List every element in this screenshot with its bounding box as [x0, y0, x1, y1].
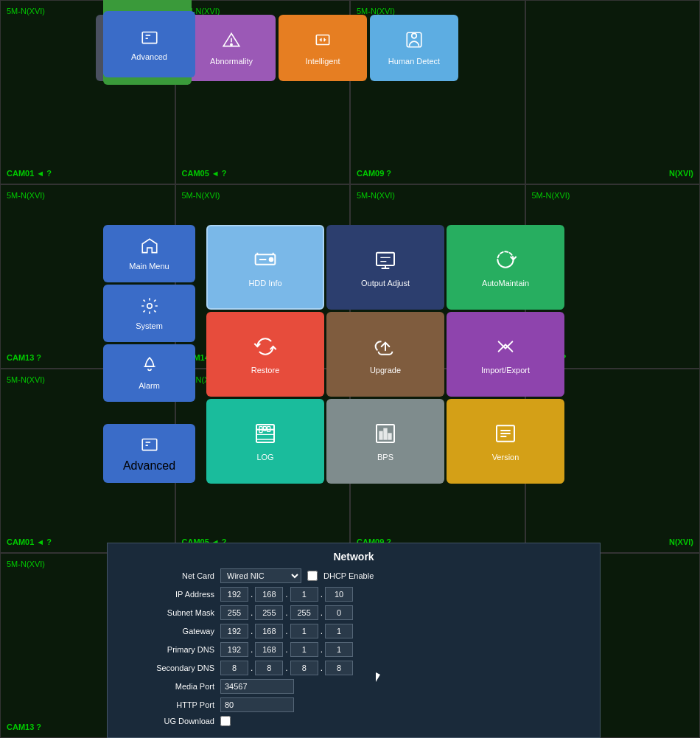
tile-output-adjust[interactable]: Output Adjust — [326, 225, 444, 310]
sidebar-system[interactable]: System — [103, 285, 195, 342]
sidebar-alarm-label: Alarm — [139, 381, 160, 390]
sidebar-advanced-button[interactable]: Advanced — [103, 424, 195, 483]
subnet-seg-4[interactable] — [325, 605, 353, 620]
subnet-seg-3[interactable] — [290, 605, 318, 620]
menu-abnormality[interactable]: Abnormality — [187, 15, 276, 81]
gateway-row: Gateway . . . — [119, 624, 589, 638]
cam-label-3: CAM09 ? — [357, 169, 391, 178]
secondary-dns-row: Secondary DNS . . . — [119, 661, 589, 675]
http-port-input[interactable] — [220, 697, 294, 712]
sidebar-alarm-icon — [140, 356, 159, 378]
pdns-seg-2[interactable] — [255, 642, 283, 657]
svg-rect-10 — [377, 252, 394, 265]
tile-automaintain[interactable]: AutoMaintain — [447, 225, 564, 310]
sidebar-advanced-icon — [140, 434, 159, 456]
net-card-row: Net Card Wired NIC DHCP Enable — [119, 568, 589, 583]
ip-seg-3[interactable] — [290, 587, 318, 602]
version-icon — [494, 422, 517, 448]
cam-label-4: N(XVI) — [669, 169, 693, 178]
automaintain-icon — [494, 248, 517, 274]
primary-dns-input-group: . . . — [220, 642, 353, 657]
subnet-input-group: . . . — [220, 605, 353, 620]
output-icon — [374, 248, 397, 274]
cam-top-label-9: 5M-N(XVI) — [7, 375, 45, 384]
sidebar-alarm[interactable]: Alarm — [103, 344, 195, 402]
sidebar-main-menu[interactable]: Main Menu — [103, 225, 195, 282]
svg-point-9 — [270, 258, 273, 261]
cam-top-label-7: 5M-N(XVI) — [357, 191, 395, 200]
ug-download-checkbox[interactable] — [220, 716, 231, 726]
log-label: LOG — [256, 453, 273, 462]
svg-point-3 — [412, 33, 417, 38]
upgrade-label: Upgrade — [370, 366, 401, 375]
svg-point-6 — [147, 304, 152, 309]
ug-download-row: UG Download — [119, 716, 589, 726]
ip-label: IP Address — [119, 590, 214, 599]
gw-seg-4[interactable] — [325, 624, 353, 638]
nic-select[interactable]: Wired NIC — [220, 568, 301, 583]
intelligent-icon — [313, 30, 332, 52]
automaintain-label: AutoMaintain — [482, 279, 529, 288]
secondary-dns-label: Secondary DNS — [119, 664, 214, 672]
sdns-seg-1[interactable] — [220, 661, 248, 675]
sdns-seg-4[interactable] — [325, 661, 353, 675]
svg-rect-18 — [388, 434, 391, 439]
intelligent-label: Intelligent — [305, 57, 340, 66]
gateway-input-group: . . . — [220, 624, 353, 638]
dhcp-checkbox[interactable] — [307, 571, 318, 581]
cam-label-1: CAM01 ◄ ? — [7, 169, 52, 178]
tile-log[interactable]: LOG — [206, 399, 324, 484]
sdns-seg-2[interactable] — [255, 661, 283, 675]
pdns-seg-4[interactable] — [325, 642, 353, 657]
pdns-seg-3[interactable] — [290, 642, 318, 657]
tile-restore[interactable]: Restore — [206, 312, 324, 397]
network-panel: Network Net Card Wired NIC DHCP Enable I… — [107, 543, 601, 738]
tile-upgrade[interactable]: Upgrade — [326, 312, 444, 397]
tile-import-export[interactable]: Import/Export — [447, 312, 564, 397]
top-advanced-button[interactable]: Advanced — [103, 11, 195, 77]
top-advanced-label: Advanced — [131, 52, 167, 61]
sdns-seg-3[interactable] — [290, 661, 318, 675]
tile-bps[interactable]: BPS — [326, 399, 444, 484]
svg-rect-16 — [379, 431, 382, 439]
dhcp-label: DHCP Enable — [323, 571, 374, 580]
pdns-seg-1[interactable] — [220, 642, 248, 657]
gw-seg-1[interactable] — [220, 624, 248, 638]
system-icon — [140, 296, 159, 318]
ip-seg-2[interactable] — [255, 587, 283, 602]
tile-hdd-info[interactable]: HDD Info — [206, 225, 324, 310]
menu-human-detect[interactable]: Human Detect — [370, 15, 458, 81]
cam-top-label-8: 5M-N(XVI) — [532, 191, 570, 200]
network-title: Network — [119, 551, 589, 563]
menu-intelligent[interactable]: Intelligent — [279, 15, 367, 81]
left-sidebar: Main Menu System Alarm — [103, 225, 199, 402]
svg-rect-17 — [384, 428, 387, 439]
gw-seg-3[interactable] — [290, 624, 318, 638]
cam-label-13: CAM13 ? — [7, 723, 41, 731]
http-port-row: HTTP Port — [119, 697, 589, 712]
version-label: Version — [492, 453, 519, 462]
restore-icon — [253, 335, 277, 361]
ip-seg-1[interactable] — [220, 587, 248, 602]
cam-top-label-13: 5M-N(XVI) — [7, 560, 45, 568]
media-port-row: Media Port — [119, 679, 589, 694]
tile-version[interactable]: Version — [447, 399, 564, 484]
cam-top-label-5: 5M-N(XVI) — [7, 191, 45, 200]
abnormality-icon — [222, 30, 241, 52]
restore-label: Restore — [251, 366, 280, 375]
svg-rect-2 — [316, 35, 329, 45]
log-icon — [253, 422, 277, 448]
cam-label-5: CAM13 ? — [7, 353, 41, 362]
subnet-seg-2[interactable] — [255, 605, 283, 620]
subnet-label: Subnet Mask — [119, 608, 214, 617]
net-card-label: Net Card — [119, 571, 214, 580]
main-menu-panel: HDD Info Output Adjust AutoMaintain — [206, 225, 582, 484]
media-port-input[interactable] — [220, 679, 294, 694]
bps-icon — [374, 422, 397, 448]
subnet-seg-1[interactable] — [220, 605, 248, 620]
ip-seg-4[interactable] — [325, 587, 353, 602]
gw-seg-2[interactable] — [255, 624, 283, 638]
bps-label: BPS — [377, 453, 393, 462]
primary-dns-label: Primary DNS — [119, 645, 214, 654]
upgrade-icon — [374, 335, 397, 361]
